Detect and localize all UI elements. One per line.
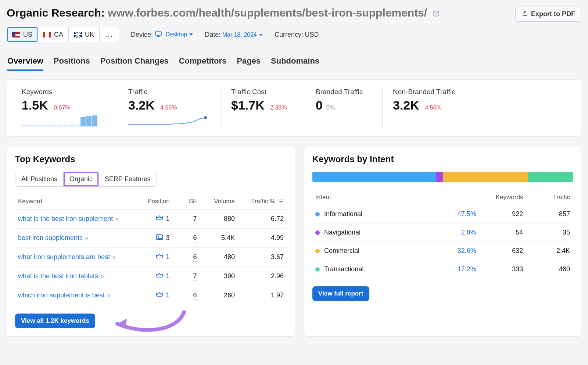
intent-bar-segment[interactable] — [443, 172, 528, 182]
country-tab-ca[interactable]: CA — [38, 27, 69, 42]
col-traffic[interactable]: Traffic — [526, 190, 573, 205]
intent-dot-icon — [315, 212, 320, 217]
traffic-pct-value: 4.99 — [238, 228, 287, 247]
intent-percent[interactable]: 32.6% — [458, 247, 476, 254]
intent-table: Intent Keywords Traffic Informational47.… — [312, 190, 573, 278]
subtab-organic[interactable]: Organic — [64, 172, 99, 186]
svg-rect-3 — [33, 125, 39, 126]
col-position[interactable]: Position — [135, 194, 172, 209]
tab-subdomains[interactable]: Subdomains — [271, 54, 319, 71]
page-title: Organic Research: www.forbes.com/health/… — [7, 7, 440, 20]
stat-value-nonbranded: 3.2K — [393, 98, 419, 112]
stat-label: Traffic — [128, 88, 210, 96]
traffic-pct-value: 2.96 — [238, 266, 287, 286]
country-tab-uk[interactable]: UK — [69, 27, 100, 42]
intent-dot-icon — [315, 249, 320, 253]
table-row: what is the best iron supplement »178806… — [15, 209, 287, 228]
flag-uk-icon — [74, 32, 82, 37]
currency-display: Currency: USD — [275, 31, 319, 39]
stat-value-traffic: 3.2K — [128, 98, 155, 112]
tab-competitors[interactable]: Competitors — [179, 54, 227, 71]
keyword-link[interactable]: what is the best iron supplement — [18, 215, 113, 222]
intent-traffic: 2.4K — [526, 242, 573, 260]
country-label: US — [23, 31, 32, 39]
keyword-link[interactable]: which iron supplement is best — [18, 291, 105, 299]
external-link-icon[interactable] — [433, 7, 440, 20]
export-to-pdf-button[interactable]: Export to PDF — [515, 7, 581, 22]
sf-value[interactable]: 7 — [193, 272, 197, 281]
crown-icon — [156, 215, 163, 223]
sf-value[interactable]: 6 — [193, 253, 197, 262]
intent-percent[interactable]: 47.5% — [458, 210, 476, 218]
col-keywords[interactable]: Keywords — [479, 190, 526, 205]
intent-bar-segment[interactable] — [312, 172, 436, 182]
intent-bar-segment[interactable] — [528, 172, 573, 182]
col-intent[interactable]: Intent — [312, 190, 432, 205]
svg-point-16 — [158, 236, 159, 237]
country-label: UK — [85, 31, 94, 39]
intent-name: Transactional — [324, 265, 363, 273]
view-all-keywords-button[interactable]: View all 1.2K keywords — [15, 314, 95, 328]
traffic-pct-value: 3.67 — [238, 247, 287, 266]
intent-dot-icon — [315, 267, 320, 272]
position-value: 1 — [166, 215, 170, 223]
stat-change: -2.38% — [268, 104, 287, 111]
sf-value[interactable]: 7 — [193, 215, 197, 223]
intent-bar-segment[interactable] — [436, 172, 443, 182]
sparkline-bars-icon — [22, 115, 103, 126]
col-traffic-pct[interactable]: Traffic % — [238, 194, 287, 209]
keyword-link[interactable]: what iron supplements are best — [18, 253, 110, 261]
subtab-serp-features[interactable]: SERP Features — [99, 172, 157, 186]
device-label: Device: — [131, 31, 153, 38]
sf-value[interactable]: 6 — [193, 291, 197, 300]
top-keywords-title: Top Keywords — [15, 154, 287, 164]
stat-value-traffic-cost: $1.7K — [231, 98, 265, 112]
svg-point-14 — [204, 116, 207, 119]
position-value: 1 — [166, 291, 170, 299]
intent-bar-chart — [312, 172, 573, 182]
intent-percent[interactable]: 17.2% — [458, 265, 476, 273]
intent-percent[interactable]: 2.8% — [461, 229, 476, 236]
stat-label: Traffic Cost — [231, 88, 295, 96]
tab-position-changes[interactable]: Position Changes — [100, 54, 169, 71]
svg-rect-5 — [45, 125, 50, 126]
device-selector[interactable]: Device: Desktop — [131, 31, 193, 39]
date-label: Date: — [205, 31, 220, 38]
keyword-link[interactable]: what is the best iron tablets — [18, 272, 98, 280]
intent-keywords: 632 — [479, 242, 526, 260]
col-keyword[interactable]: Keyword — [15, 194, 135, 209]
page-url: www.forbes.com/health/supplements/best-i… — [108, 7, 427, 19]
country-tab-us[interactable]: US — [7, 27, 38, 42]
svg-rect-6 — [51, 125, 56, 126]
table-row: Transactional17.2%333480 — [312, 260, 573, 279]
col-volume[interactable]: Volume — [200, 194, 238, 209]
traffic-pct-value: 1.97 — [238, 286, 287, 305]
svg-rect-11 — [80, 117, 86, 126]
flag-ca-icon — [43, 32, 51, 37]
keyword-link[interactable]: best iron supplements — [18, 234, 83, 241]
chevron-down-icon — [259, 34, 263, 36]
flag-us-icon — [12, 32, 20, 37]
table-row: Informational47.5%922857 — [312, 205, 573, 223]
tab-overview[interactable]: Overview — [7, 54, 43, 71]
volume-value: 5.4K — [200, 228, 238, 247]
chevrons-icon: » — [111, 253, 115, 261]
country-tab-more[interactable]: … — [100, 27, 119, 42]
stat-label: Branded Traffic — [316, 88, 372, 96]
crown-icon — [156, 253, 163, 261]
currency-label: Currency: — [275, 31, 303, 38]
tab-pages[interactable]: Pages — [237, 54, 261, 71]
svg-rect-1 — [22, 125, 27, 126]
sf-value[interactable]: 6 — [193, 234, 197, 243]
stat-label: Keywords — [22, 88, 107, 96]
chevrons-icon: » — [100, 272, 103, 280]
date-selector[interactable]: Date: Mar 18, 2024 — [205, 31, 263, 39]
tab-positions[interactable]: Positions — [54, 54, 90, 71]
view-full-report-button[interactable]: View full report — [312, 286, 369, 301]
subtab-all-positions[interactable]: All Positions — [15, 172, 64, 186]
sparkline-line-icon — [128, 115, 209, 126]
col-sf[interactable]: SF — [173, 194, 200, 209]
svg-rect-2 — [28, 125, 33, 126]
top-keywords-panel: Top Keywords All Positions Organic SERP … — [7, 146, 295, 337]
svg-rect-9 — [69, 125, 74, 126]
